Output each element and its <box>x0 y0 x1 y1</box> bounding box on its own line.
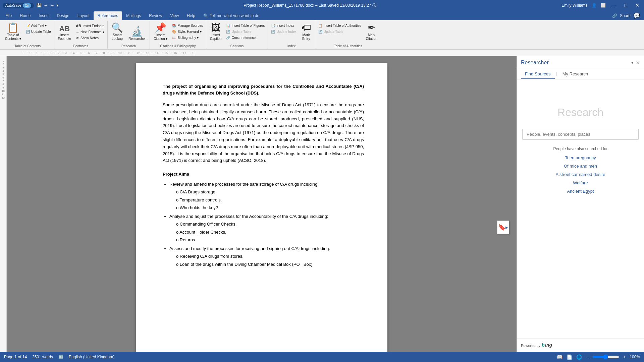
read-mode-icon[interactable]: 📖 <box>557 354 562 360</box>
document-area[interactable]: The project of organising and improving … <box>7 56 517 352</box>
tab-divider: | <box>555 69 558 79</box>
insert-toa-icon: 📋 <box>318 24 322 27</box>
researcher-icon: 🔬 <box>131 27 143 36</box>
minimize-button[interactable]: — <box>610 2 619 9</box>
footnotes-buttons: AB InsertFootnote AB Insert Endnote → Ne… <box>56 21 106 44</box>
ribbon-display-icon[interactable]: ⬜ <box>601 3 606 8</box>
zoom-in-icon[interactable]: + <box>623 355 626 359</box>
researcher-dropdown-button[interactable]: ▾ <box>631 60 633 65</box>
tab-review[interactable]: Review <box>145 11 166 20</box>
document-page[interactable]: The project of organising and improving … <box>136 63 387 352</box>
manage-sources-button[interactable]: 📚 Manage Sources <box>170 23 205 28</box>
sub-item-1-3: Who holds the key? <box>176 204 364 211</box>
ribbon-group-toa: 📋 Insert Table of Authorities 🔄 Update T… <box>315 21 381 49</box>
tab-view[interactable]: View <box>166 11 183 20</box>
title-bar-left: AutoSave On 💾 ↩ ↪ ▾ <box>3 3 58 8</box>
bullet-item-3: Assess and modify the processes for rece… <box>169 245 364 268</box>
bullet-item-2: Analyse and adjust the processes for the… <box>169 213 364 243</box>
profile-icon[interactable]: 👤 <box>592 3 597 8</box>
next-footnote-icon: → <box>76 30 79 34</box>
left-ruler: 1 2 3 4 5 6 7 8 9 10 11 12 <box>0 56 7 352</box>
autosave-toggle[interactable]: AutoSave On <box>3 3 34 8</box>
tab-file[interactable]: File <box>1 11 16 20</box>
table-of-contents-button[interactable]: 📋 Table ofContents ▾ <box>3 22 23 42</box>
redo-icon[interactable]: ↪ <box>50 3 54 8</box>
ribbon: 📋 Table ofContents ▾ 📝 Add Text ▾ 🔄 Upda… <box>0 20 644 50</box>
insert-index-button[interactable]: 📑 Insert Index <box>269 23 298 28</box>
insert-endnote-button[interactable]: AB Insert Endnote <box>74 23 106 29</box>
close-button[interactable]: ✕ <box>633 2 641 9</box>
web-layout-icon[interactable]: 🌐 <box>576 354 582 360</box>
suggestion-mice-men[interactable]: Of mice and men <box>564 164 597 169</box>
suggestion-teen-pregnancy[interactable]: Teen pregnancy <box>565 155 596 160</box>
tab-references[interactable]: References <box>94 11 122 20</box>
maximize-button[interactable]: □ <box>623 2 629 9</box>
tab-insert[interactable]: Insert <box>35 11 53 20</box>
toc-buttons: 📋 Table ofContents ▾ 📝 Add Text ▾ 🔄 Upda… <box>3 21 53 44</box>
cross-reference-button[interactable]: 🔗 Cross-reference <box>224 35 266 41</box>
bookmark-button[interactable]: 🔖 ▶ <box>497 221 509 234</box>
sub-item-2-1: Commanding Officer Checks. <box>176 221 364 228</box>
sub-list-3: Receiving C/A drugs from stores. Loan of… <box>169 253 364 267</box>
update-index-button[interactable]: 🔄 Update Index <box>269 29 298 35</box>
info-icon: ⓘ <box>372 3 376 8</box>
bibliography-button[interactable]: 📖 Bibliography ▾ <box>170 35 205 41</box>
sub-list-1: C/A Drugs storage. Temperature controls.… <box>169 189 364 211</box>
add-text-icon: 📝 <box>26 24 30 27</box>
update-toa-button[interactable]: 🔄 Update Table <box>317 29 363 35</box>
tab-home[interactable]: Home <box>16 11 35 20</box>
insert-footnote-button[interactable]: AB InsertFootnote <box>56 22 73 42</box>
tab-design[interactable]: Design <box>53 11 73 20</box>
share-label[interactable]: Share <box>620 13 631 18</box>
next-footnote-button[interactable]: → Next Footnote ▾ <box>74 29 106 35</box>
title-bar: AutoSave On 💾 ↩ ↪ ▾ Project Report_Willi… <box>0 0 644 11</box>
research-large-title: Research <box>557 106 603 119</box>
insert-toa-button[interactable]: 📋 Insert Table of Authorities <box>317 23 363 28</box>
ribbon-group-captions: 🖼 InsertCaption 📊 Insert Table of Figure… <box>206 21 268 49</box>
suggestion-street-car[interactable]: A street car named desire <box>555 172 605 177</box>
update-table-captions-button[interactable]: 🔄 Update Table <box>224 29 266 35</box>
bookmark-icon: 🔖 <box>498 224 505 231</box>
people-searched-label: People have also searched for <box>553 146 607 151</box>
tab-tell-me[interactable]: 🔍 Tell me what you want to do <box>199 11 263 20</box>
last-saved: – <box>315 3 319 8</box>
undo-icon[interactable]: ↩ <box>44 3 48 8</box>
comments-icon[interactable]: 💬 <box>633 12 640 19</box>
mark-citation-button[interactable]: ✒ MarkCitation <box>364 22 380 42</box>
ruler: · · · 2 · · · 1 · · · | · · · 1 · · · 2 … <box>0 50 644 56</box>
tab-layout[interactable]: Layout <box>73 11 94 20</box>
citations-col: 📚 Manage Sources 🎨 Style: Harvard ▾ 📖 Bi… <box>170 22 205 41</box>
tab-find-sources[interactable]: Find Sources <box>521 69 555 79</box>
mark-entry-button[interactable]: 🏷 MarkEntry <box>299 22 314 42</box>
smart-lookup-button[interactable]: 🔍 SmartLookup <box>109 22 125 42</box>
sub-item-1-2: Temperature controls. <box>176 197 364 203</box>
print-layout-icon[interactable]: 📄 <box>567 354 572 360</box>
document-paragraph-1: Some prescription drugs are controlled u… <box>163 102 364 164</box>
zoom-out-icon[interactable]: − <box>586 355 588 359</box>
researcher-header-right: ▾ ✕ <box>631 60 640 65</box>
index-group-label: Index <box>269 44 314 48</box>
researcher-close-button[interactable]: ✕ <box>636 60 640 65</box>
update-index-icon: 🔄 <box>271 30 275 34</box>
zoom-slider[interactable] <box>592 354 619 360</box>
autosave-status: On <box>23 3 31 8</box>
bullet-item-1: Review and amend the processes for the s… <box>169 181 364 211</box>
add-text-button[interactable]: 📝 Add Text ▾ <box>24 23 53 28</box>
suggestion-welfare[interactable]: Welfare <box>573 180 588 185</box>
insert-caption-button[interactable]: 🖼 InsertCaption <box>208 22 224 42</box>
suggestion-ancient-egypt[interactable]: Ancient Egypt <box>567 189 594 194</box>
tab-help[interactable]: Help <box>183 11 199 20</box>
index-col: 📑 Insert Index 🔄 Update Index <box>269 22 298 35</box>
tab-mailings[interactable]: Mailings <box>122 11 145 20</box>
sub-item-2-3: Returns. <box>176 237 364 243</box>
research-search-input[interactable] <box>522 129 639 140</box>
ribbon-group-toc: 📋 Table ofContents ▾ 📝 Add Text ▾ 🔄 Upda… <box>1 21 54 49</box>
insert-citation-button[interactable]: 📌 InsertCitation ▾ <box>151 22 170 42</box>
title-bar-center: Project Report_Williams_1571780.docx – L… <box>58 3 561 8</box>
researcher-button[interactable]: 🔬 Researcher <box>126 22 148 42</box>
show-notes-button[interactable]: 👁 Show Notes <box>74 35 106 41</box>
update-table-toc-button[interactable]: 🔄 Update Table <box>24 29 53 35</box>
style-dropdown-button[interactable]: 🎨 Style: Harvard ▾ <box>170 29 205 35</box>
insert-table-of-figures-button[interactable]: 📊 Insert Table of Figures <box>224 23 266 28</box>
tab-my-research[interactable]: My Research <box>558 69 592 79</box>
